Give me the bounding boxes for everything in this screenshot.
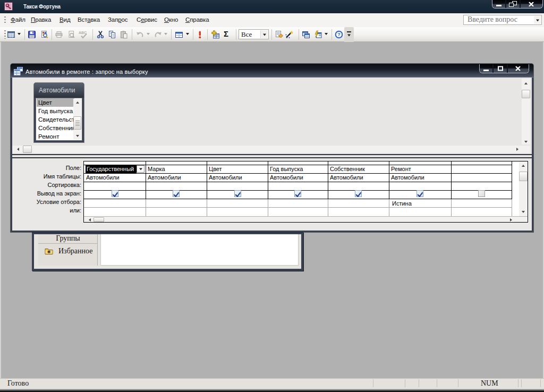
svg-text:ABC: ABC [79, 31, 87, 35]
svg-text:?: ? [337, 31, 341, 37]
svg-text:✱: ✱ [47, 250, 51, 254]
